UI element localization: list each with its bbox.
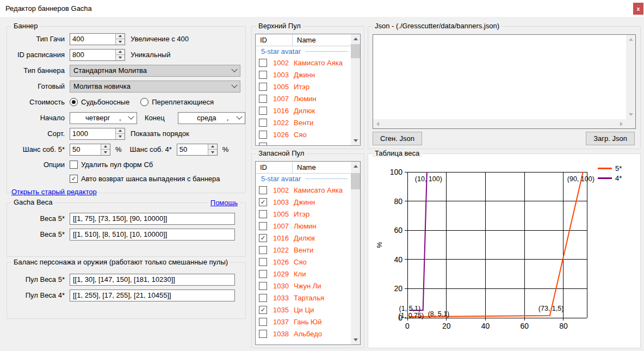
prefab-label: Готовый [9, 82, 65, 90]
cost-radio-fate[interactable] [70, 98, 78, 106]
pool-weight4-input[interactable]: [[1, 255], [17, 255], [21, 10455]] [70, 290, 235, 301]
gacha-type-hint: Увеличение с 400 [131, 35, 189, 43]
item-checkbox[interactable] [259, 95, 267, 103]
item-checkbox[interactable] [259, 210, 267, 218]
item-checkbox[interactable] [259, 282, 267, 290]
pool-item-row: 1037Гань Юй [256, 316, 351, 328]
spin-down-icon[interactable] [208, 149, 217, 155]
item-name: Камисато Аяка [294, 59, 343, 67]
pool-item-row: 1038Альбедо [256, 328, 351, 340]
gacha-type-row: Тип Гачи 400 Увеличение с 400 [7, 31, 245, 47]
scroll-down-icon[interactable] [626, 110, 635, 119]
close-button[interactable]: x [633, 3, 643, 15]
list-header: ID Name [256, 162, 360, 174]
gacha-banner-editor-window: { "window": { "title": "Редактор баннеро… [0, 0, 644, 351]
weights5-input[interactable]: [[1, 75], [73, 150], [90, 10000]] [70, 213, 235, 225]
item-id: 1002 [273, 186, 294, 194]
spin-up-icon[interactable] [116, 34, 125, 39]
column-header-id[interactable]: ID [256, 34, 293, 46]
scrollbar-thumb[interactable] [351, 44, 360, 58]
banner-type-select[interactable]: Стандартная Молитва [70, 65, 240, 77]
cost-row: Стоимость Судьбоносные Переплетающиеся [7, 94, 245, 110]
item-checkbox[interactable] [259, 294, 267, 302]
open-old-editor-link[interactable]: Открыть старый редактор [11, 188, 97, 196]
item-checkbox[interactable] [259, 198, 267, 206]
pool-weight5-row: Пул Веса 5* [[1, 30], [147, 150], [181, … [7, 272, 245, 287]
spin-down-icon[interactable] [116, 54, 125, 60]
weights5b-input[interactable]: [[1, 510], [8, 510], [10, 10000]] [70, 229, 235, 241]
item-checkbox[interactable] [259, 186, 267, 194]
scroll-up-icon[interactable] [626, 35, 635, 44]
end-select[interactable]: среда , [178, 112, 245, 124]
pool-item-row: 1002Камисато Аяка [256, 57, 351, 69]
weights5-row: Веса 5* [[1, 75], [73, 150], [90, 10000]… [7, 211, 245, 226]
sort-label: Сорт. [9, 130, 65, 138]
column-header-name[interactable]: Name [293, 162, 354, 173]
pool-item-row: 1026Сяо [256, 128, 351, 140]
sort-spinner[interactable]: 1000 [70, 128, 125, 140]
item-checkbox[interactable] [259, 270, 267, 278]
upper-pool-title: Верхний Пул [256, 22, 303, 30]
item-checkbox[interactable] [259, 71, 267, 79]
scroll-down-icon[interactable] [351, 335, 360, 344]
option-auto-return-checkbox[interactable] [70, 175, 78, 183]
item-checkbox[interactable] [259, 330, 267, 338]
item-checkbox[interactable] [259, 59, 267, 67]
spin-up-icon[interactable] [116, 50, 125, 55]
scroll-up-icon[interactable] [351, 34, 360, 44]
scroll-up-icon[interactable] [351, 162, 360, 171]
start-select[interactable]: четверг , [70, 112, 137, 124]
option-remove-pool-checkbox[interactable] [70, 161, 78, 169]
scroll-left-icon[interactable] [373, 119, 382, 128]
item-checkbox[interactable] [259, 107, 267, 115]
chevron-down-icon [128, 113, 134, 119]
scroll-right-icon[interactable] [617, 119, 626, 128]
pool-item-row: 1035Ци Ци [256, 304, 351, 316]
item-id: 1026 [273, 131, 294, 139]
vertical-scrollbar[interactable] [351, 162, 360, 344]
cost-label: Стоимость [9, 98, 65, 106]
svg-text:(90, 100): (90, 100) [567, 175, 595, 183]
spin-down-icon[interactable] [101, 149, 110, 155]
scrollbar-thumb[interactable] [351, 173, 360, 189]
chance4-spinner[interactable]: 50 [177, 144, 218, 156]
item-checkbox[interactable] [259, 83, 267, 91]
help-link[interactable]: Помощь [208, 199, 240, 207]
generate-json-button[interactable]: Сген. Json [373, 132, 422, 145]
load-json-button[interactable]: Загр. Json [586, 132, 635, 145]
chance5-spinner[interactable]: 50 [70, 144, 110, 156]
spin-down-icon[interactable] [116, 133, 125, 139]
item-checkbox[interactable] [259, 318, 267, 326]
prefab-select[interactable]: Молитва новичка [70, 81, 240, 93]
item-checkbox[interactable] [259, 131, 267, 139]
cost-radio-intertwined[interactable] [140, 98, 148, 106]
spin-up-icon[interactable] [208, 144, 217, 150]
item-checkbox[interactable] [259, 306, 267, 314]
item-id: 1026 [273, 258, 294, 266]
vertical-scrollbar[interactable] [351, 34, 360, 145]
column-header-name[interactable]: Name [293, 34, 354, 46]
column-header-id[interactable]: ID [256, 162, 293, 173]
end-label: Конец [145, 114, 178, 122]
gacha-type-spinner[interactable]: 400 [70, 33, 125, 45]
schedule-id-hint: Уникальный [131, 51, 170, 59]
pool-item-row: 1002Камисато Аяка [256, 184, 351, 196]
item-id: 1037 [273, 318, 294, 326]
item-checkbox[interactable] [259, 246, 267, 254]
spin-up-icon[interactable] [116, 128, 125, 134]
weights-group-title: Gacha Веса [11, 198, 55, 206]
textarea-vscrollbar[interactable] [626, 35, 635, 119]
schedule-id-spinner[interactable]: 800 [70, 49, 125, 61]
pool-weight5-input[interactable]: [[1, 30], [147, 150], [181, 10230]] [70, 274, 235, 286]
item-name: Итэр [294, 83, 309, 91]
spin-up-icon[interactable] [101, 144, 110, 150]
json-textarea[interactable] [373, 34, 636, 129]
scroll-down-icon[interactable] [351, 136, 360, 145]
spin-down-icon[interactable] [116, 39, 125, 45]
item-checkbox[interactable] [259, 234, 267, 242]
svg-text:%: % [375, 242, 383, 248]
item-checkbox[interactable] [259, 119, 267, 127]
item-checkbox[interactable] [259, 258, 267, 266]
item-checkbox[interactable] [259, 222, 267, 230]
textarea-hscrollbar[interactable] [373, 119, 626, 128]
